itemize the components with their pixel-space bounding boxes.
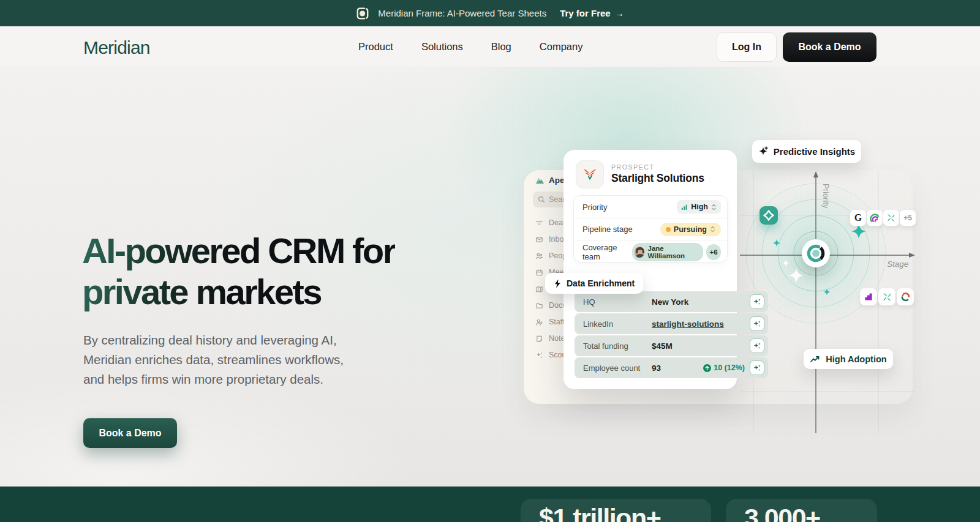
- map-icon: [535, 285, 543, 293]
- search-icon: [538, 196, 545, 203]
- nav-link-company[interactable]: Company: [540, 41, 583, 53]
- enrichment-row-hq: HQ New York: [575, 291, 768, 312]
- folder-icon: [535, 302, 543, 310]
- pipeline-stage-label: Pipeline stage: [582, 225, 633, 234]
- logo-rainbow-icon: [867, 210, 883, 226]
- hero-description: By centralizing deal history and leverag…: [83, 330, 344, 389]
- enrich-button[interactable]: [750, 294, 764, 309]
- banner-text: Meridian Frame: AI-Powered Tear Sheets: [378, 8, 546, 18]
- main-nav: Meridian Product Solutions Blog Company …: [0, 26, 980, 67]
- avatar: [635, 247, 644, 258]
- login-button[interactable]: Log In: [717, 32, 777, 62]
- priority-select[interactable]: High: [677, 200, 721, 214]
- person-plus-icon: [535, 318, 543, 326]
- pipeline-stage-row: Pipeline stage Pursuing: [574, 218, 727, 240]
- envelope-icon: [535, 236, 543, 244]
- enrich-button[interactable]: [750, 338, 764, 353]
- trending-up-icon: [810, 355, 821, 364]
- stage-dot-icon: [666, 227, 671, 232]
- enrich-button[interactable]: [750, 360, 764, 375]
- starlight-company-logo: [576, 160, 604, 188]
- team-overflow-count[interactable]: +6: [706, 244, 721, 260]
- prospect-company-name: Starlight Solutions: [611, 172, 704, 185]
- logo-purple-steps-icon: [860, 288, 877, 305]
- hero-title: AI-powered CRM for private markets: [82, 230, 395, 312]
- banner-try-free-link[interactable]: Try for Free →: [560, 8, 624, 18]
- logo-knot-icon: [897, 288, 914, 305]
- note-icon: [535, 335, 543, 343]
- filter-icon: [535, 219, 543, 227]
- apex-logo-icon: [535, 177, 545, 184]
- y-axis-label: Priority: [821, 184, 831, 209]
- calendar-icon: [535, 269, 543, 277]
- logo-teal-x-icon: [883, 210, 899, 226]
- integration-logo-group-bottom: [860, 288, 914, 305]
- stat-aum: $1 trillion+: [521, 499, 711, 522]
- coverage-team-chip[interactable]: Jane Williamson: [632, 243, 703, 261]
- employee-delta-badge: 10 (12%): [703, 364, 745, 372]
- sparkle-icon: [535, 351, 543, 359]
- pinwheel-icon: [763, 209, 775, 222]
- linkedin-link[interactable]: starlight-solutions: [652, 319, 724, 329]
- integration-logo-group-top: G +5: [850, 210, 916, 226]
- enrichment-row-linkedin: LinkedIn starlight-solutions: [575, 313, 768, 334]
- nav-link-solutions[interactable]: Solutions: [421, 41, 463, 53]
- book-demo-nav-button[interactable]: Book a Demo: [783, 32, 876, 62]
- data-enrichment-badge: Data Enrichment: [545, 273, 643, 294]
- priority-label: Priority: [582, 203, 607, 212]
- enrich-button[interactable]: [750, 316, 764, 331]
- x-axis-label: Stage: [887, 259, 908, 269]
- book-demo-hero-button[interactable]: Book a Demo: [83, 418, 177, 448]
- arrow-up-circle-icon: [703, 364, 711, 372]
- priority-row: Priority High: [574, 196, 727, 218]
- nav-links: Product Solutions Blog Company: [358, 26, 582, 67]
- lightning-bolt-icon: [554, 279, 562, 288]
- logo-teal-x2-icon: [878, 288, 895, 305]
- stats-section: $1 trillion+ 3,000+: [0, 487, 980, 522]
- stat-firms: 3,000+: [726, 499, 877, 522]
- coverage-team-row: Coverage team Jane Williamson +6: [574, 240, 727, 263]
- bar-chart-icon: [681, 204, 688, 211]
- enrichment-row-funding: Total funding $45M: [575, 335, 768, 356]
- logo-overflow-count: +5: [900, 210, 916, 226]
- meridian-frame-logo-icon: [356, 7, 369, 20]
- nav-link-blog[interactable]: Blog: [491, 41, 511, 53]
- high-adoption-badge[interactable]: High Adoption: [804, 349, 893, 369]
- nav-link-product[interactable]: Product: [358, 41, 393, 53]
- pipeline-stage-select[interactable]: Pursuing: [660, 223, 721, 236]
- promo-banner: Meridian Frame: AI-Powered Tear Sheets T…: [0, 0, 980, 26]
- coverage-team-label: Coverage team: [582, 243, 632, 261]
- logo-g: G: [850, 210, 866, 226]
- enrichment-row-employees: Employee count 93 10 (12%): [575, 357, 768, 378]
- people-icon: [535, 252, 543, 260]
- chevron-updown-icon: [711, 203, 717, 211]
- prospect-fields-card: Priority High Pipeline stage Pursuing: [573, 195, 728, 263]
- arrow-right-icon: →: [615, 8, 624, 18]
- company-plot-point-logo: [802, 239, 830, 267]
- integration-logo-teal: [760, 206, 778, 225]
- meridian-logo[interactable]: Meridian: [83, 37, 150, 58]
- ai-sparkle-icon: [758, 146, 769, 157]
- bird-icon: [581, 166, 598, 183]
- hero-section: AI-powered CRM for private markets By ce…: [0, 67, 980, 487]
- prospect-eyebrow: PROSPECT: [611, 163, 655, 171]
- chevron-updown-icon: [710, 225, 715, 233]
- predictive-insights-badge[interactable]: Predictive Insights: [752, 140, 861, 163]
